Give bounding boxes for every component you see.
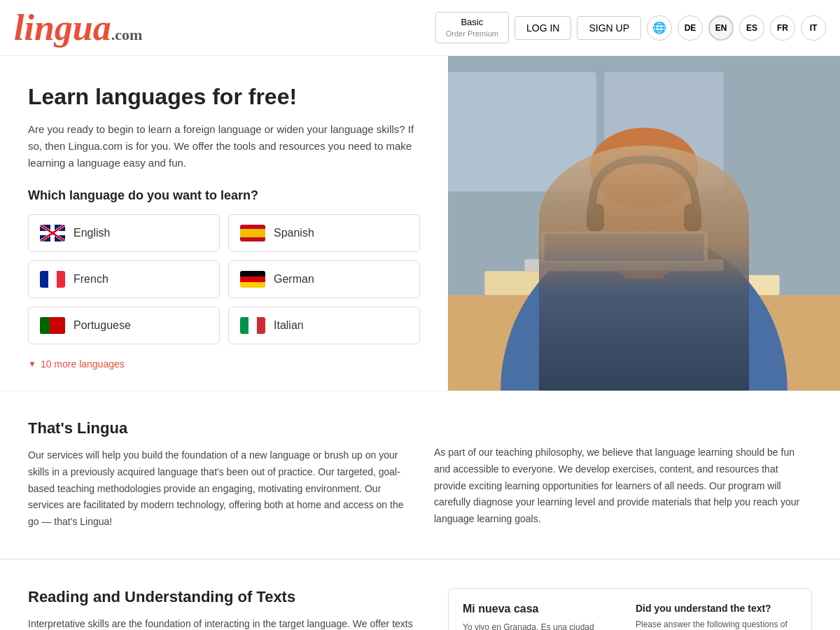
reading-left: Reading and Understanding of Texts Inter… xyxy=(28,588,420,630)
language-question: Which language do you want to learn? xyxy=(28,188,420,203)
lang-de-button[interactable]: DE xyxy=(678,15,703,41)
lang-fr-button[interactable]: FR xyxy=(770,15,795,41)
hero-svg xyxy=(448,56,840,391)
lang-it-button[interactable]: IT xyxy=(801,15,826,41)
header: lingua.com Basic Order Premium LOG IN SI… xyxy=(0,0,840,56)
svg-rect-11 xyxy=(684,204,701,232)
lang-en-button[interactable]: EN xyxy=(708,15,734,41)
svg-point-9 xyxy=(590,127,699,207)
lang-label-italian: Italian xyxy=(274,319,304,332)
flag-fr xyxy=(40,271,65,288)
lang-card-spanish[interactable]: Spanish xyxy=(228,214,420,252)
svg-rect-14 xyxy=(545,234,704,261)
hero-left: Learn languages for free! Are you ready … xyxy=(0,56,448,391)
reading-description: Interpretative skills are the foundation… xyxy=(28,616,420,630)
flag-de xyxy=(240,271,265,288)
svg-rect-7 xyxy=(624,231,664,279)
basic-button[interactable]: Basic Order Premium xyxy=(435,12,509,43)
reading-text-col: Mi nueva casa Yo vivo en Granada. Es una… xyxy=(463,603,624,630)
thats-lingua-section: That's Lingua Our services will help you… xyxy=(0,391,840,559)
login-button[interactable]: LOG IN xyxy=(514,16,571,40)
lang-card-italian[interactable]: Italian xyxy=(228,307,420,344)
lang-card-portuguese[interactable]: Portuguese xyxy=(28,307,220,344)
reading-card: Mi nueva casa Yo vivo en Granada. Es una… xyxy=(448,588,812,630)
logo: lingua.com xyxy=(14,10,142,46)
hero-title: Learn languages for free! xyxy=(28,84,420,110)
hero-image xyxy=(448,56,840,391)
svg-point-8 xyxy=(588,152,699,279)
thats-lingua-title: That's Lingua xyxy=(28,419,406,438)
reading-right: Mi nueva casa Yo vivo en Granada. Es una… xyxy=(448,588,812,630)
thats-lingua-cols: That's Lingua Our services will help you… xyxy=(28,419,812,531)
thats-lingua-left: That's Lingua Our services will help you… xyxy=(28,419,406,531)
lang-label-english: English xyxy=(74,227,110,239)
flag-es xyxy=(240,225,265,241)
hero-section: Learn languages for free! Are you ready … xyxy=(0,56,840,391)
svg-rect-12 xyxy=(524,259,724,271)
more-languages-link[interactable]: ▼ 10 more languages xyxy=(28,358,420,370)
lang-label-spanish: Spanish xyxy=(274,227,314,239)
reading-question-intro: Please answer the following questions of… xyxy=(636,620,797,630)
signup-button[interactable]: SIGN UP xyxy=(577,16,641,40)
hero-description: Are you ready to begin to learn a foreig… xyxy=(28,121,420,172)
svg-rect-13 xyxy=(540,231,708,263)
svg-rect-4 xyxy=(484,271,644,295)
lang-globe-button[interactable]: 🌐 xyxy=(647,15,672,41)
thats-lingua-right-text: As part of our teaching philosophy, we b… xyxy=(434,444,812,528)
lang-card-german[interactable]: German xyxy=(228,260,420,298)
hero-photo xyxy=(448,56,840,391)
reading-card-inner: Mi nueva casa Yo vivo en Granada. Es una… xyxy=(463,603,797,630)
svg-point-6 xyxy=(500,231,788,391)
logo-text: lingua.com xyxy=(14,8,142,48)
thats-lingua-left-text: Our services will help you build the fou… xyxy=(28,447,406,531)
svg-rect-10 xyxy=(587,204,604,232)
flag-pt xyxy=(40,317,65,334)
flag-it xyxy=(240,317,265,334)
header-right: Basic Order Premium LOG IN SIGN UP 🌐 DE … xyxy=(435,12,826,43)
thats-lingua-right: As part of our teaching philosophy, we b… xyxy=(434,419,812,531)
reading-title: Reading and Understanding of Texts xyxy=(28,588,420,606)
lang-card-french[interactable]: French xyxy=(28,260,220,298)
lang-label-french: French xyxy=(74,273,108,286)
reading-section: Reading and Understanding of Texts Inter… xyxy=(0,559,840,630)
reading-question-col: Did you understand the text? Please answ… xyxy=(636,603,797,630)
lang-es-button[interactable]: ES xyxy=(739,15,764,41)
lang-card-english[interactable]: English xyxy=(28,214,220,252)
flag-uk xyxy=(40,225,65,241)
reading-question-title: Did you understand the text? xyxy=(636,603,797,614)
chevron-down-icon: ▼ xyxy=(28,359,36,369)
language-grid: English Spanish French xyxy=(28,214,420,344)
reading-card-text-title: Mi nueva casa xyxy=(463,603,624,615)
svg-rect-5 xyxy=(652,275,779,295)
lang-label-portuguese: Portuguese xyxy=(74,319,131,332)
reading-card-body: Yo vivo en Granada. Es una ciudad pequeñ… xyxy=(463,621,624,630)
lang-label-german: German xyxy=(274,273,314,286)
svg-rect-1 xyxy=(448,72,596,192)
